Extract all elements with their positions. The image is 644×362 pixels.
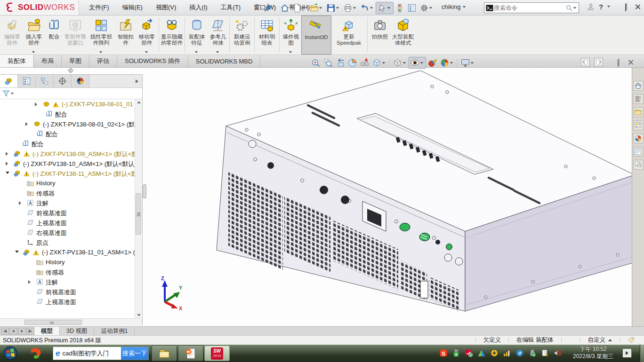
ribbon-instant3d-button[interactable]: Instant3D [301, 16, 331, 55]
dropdown-caret-icon[interactable] [450, 62, 453, 64]
panel-splitter-handle[interactable] [143, 184, 146, 198]
pin-menu-icon[interactable] [263, 3, 272, 12]
close-button[interactable] [635, 4, 641, 9]
tab-0[interactable]: 装配体 [0, 55, 34, 67]
ribbon-bill-of-materials-button[interactable]: 材料明细表 [256, 16, 278, 55]
dynamic-annotation-views-button[interactable] [359, 57, 370, 68]
forum-chat-button[interactable] [633, 160, 644, 170]
collapse-arrow-icon[interactable] [15, 251, 19, 253]
tree-horizontal-scrollbar[interactable] [0, 318, 142, 326]
pane-right-icon[interactable] [594, 58, 603, 66]
rebuild-traffic-light-button[interactable] [394, 2, 406, 14]
menu-item-4[interactable]: 工具(T) [214, 0, 248, 15]
tree-row[interactable]: 右视基准面 [0, 228, 135, 237]
tray-usb-icon[interactable] [452, 349, 460, 357]
panel-tab-displaymanager[interactable] [72, 75, 89, 87]
restore-button[interactable] [625, 4, 631, 9]
taskbar-browser-search[interactable]: e cad制图初学入门 搜索一下 [53, 346, 149, 360]
tree-row[interactable]: 传感器 [0, 267, 135, 277]
view-orientation-button[interactable] [371, 57, 387, 68]
help-caret-icon[interactable] [607, 6, 610, 8]
tray-mute-icon[interactable] [554, 349, 562, 357]
explorer-folder-taskbar-button[interactable] [152, 346, 177, 361]
expand-arrow-icon[interactable] [6, 162, 8, 165]
file-explorer-button[interactable] [633, 107, 644, 117]
tree-row[interactable]: (-) ZXKT-PV138-10_ASM<1> (默认<默认_ [0, 158, 135, 168]
undo-button[interactable] [359, 2, 376, 14]
sheet-tab-1[interactable]: 3D 视图 [60, 327, 94, 335]
nav-first-icon[interactable] [1, 328, 9, 335]
dropdown-caret-icon[interactable] [420, 62, 423, 64]
expand-arrow-icon[interactable] [28, 280, 31, 284]
doc-restore-button[interactable] [618, 60, 624, 65]
taskbar-clock[interactable]: 下午 10:52 2022/8/3 星期三 [569, 346, 618, 360]
display-style-button[interactable] [392, 57, 408, 68]
tree-row[interactable]: History [0, 178, 135, 188]
tray-plus-icon[interactable] [490, 349, 499, 357]
ribbon-show-hidden-components-button[interactable]: 显示隐藏的零部件 [160, 16, 184, 55]
scroll-up-icon[interactable] [137, 101, 141, 103]
sogou-browser-icon[interactable] [29, 347, 42, 360]
expand-arrow-icon[interactable] [6, 152, 8, 156]
tree-row[interactable]: 上视基准面 [0, 218, 135, 228]
dropdown-caret-icon[interactable] [429, 7, 432, 9]
sw-app-taskbar-button[interactable]: SW2018 [204, 346, 230, 361]
custom-properties-button[interactable] [633, 147, 644, 157]
taskbar-search-text[interactable]: cad制图初学入门 [62, 349, 109, 358]
vertical-scroll-thumb[interactable] [136, 193, 141, 235]
ribbon-insert-component-button[interactable]: 插入零部件 [23, 16, 45, 55]
view-palette-button[interactable] [633, 120, 644, 130]
taskbar-search-button[interactable]: 搜索一下 [121, 347, 148, 360]
filter-funnel-icon[interactable] [2, 89, 10, 98]
edit-appearance-button[interactable] [427, 57, 438, 68]
tab-1[interactable]: 布局 [34, 55, 62, 67]
tree-row[interactable]: (-) ZXKT-PV138-11_ASM<1> (默认<默 [0, 168, 135, 178]
panel-tab-propertymanager[interactable] [18, 75, 36, 87]
dropdown-caret-icon[interactable] [370, 7, 373, 9]
ribbon-take-snapshot-button[interactable]: 拍快照 [369, 16, 391, 55]
save-button[interactable] [325, 2, 342, 14]
section-view-button[interactable] [346, 57, 358, 68]
tray-delta-icon[interactable] [477, 349, 486, 357]
tree-row[interactable]: 前视基准面 [0, 208, 135, 218]
ribbon-exploded-view-button[interactable]: 爆炸视图 [281, 16, 301, 55]
menu-item-3[interactable]: 插入(I) [183, 0, 214, 15]
status-custom-dropdown[interactable]: 自定义 [580, 337, 620, 343]
apply-scene-button[interactable] [439, 57, 455, 68]
dropdown-caret-icon[interactable] [145, 51, 148, 53]
doc-minimize-button[interactable] [607, 60, 613, 65]
search-magnifier-icon[interactable] [565, 4, 573, 12]
open-button[interactable] [308, 2, 325, 14]
menu-item-1[interactable]: 编辑(E) [116, 0, 149, 15]
start-button-icon[interactable] [3, 346, 17, 360]
search-scope-caret-icon[interactable] [573, 7, 576, 9]
filter-caret-icon[interactable] [11, 93, 14, 94]
dropdown-caret-icon[interactable] [302, 7, 305, 9]
ribbon-large-assembly-mode-button[interactable]: 大型装配体模式 [391, 16, 415, 55]
tree-row[interactable]: 配合 [0, 139, 135, 149]
tree-vertical-scrollbar[interactable] [135, 99, 142, 318]
dropdown-caret-icon[interactable] [353, 7, 356, 9]
print-button[interactable] [342, 2, 359, 14]
tray-nav-icon[interactable] [515, 349, 524, 357]
panel-split-diamond[interactable] [68, 68, 73, 73]
tree-row[interactable]: 配合 [0, 129, 135, 139]
tray-signal-icon[interactable] [503, 349, 511, 357]
hide-show-items-button[interactable] [409, 57, 426, 69]
command-search[interactable] [484, 2, 579, 13]
expand-arrow-icon[interactable] [35, 102, 37, 106]
tab-2[interactable]: 草图 [62, 55, 89, 67]
tree-row[interactable]: 配合 [0, 109, 135, 119]
status-quick-tip[interactable] [620, 337, 642, 343]
tab-5[interactable]: SOLIDWORKS MBD [188, 55, 261, 67]
show-desktop-button[interactable] [640, 345, 644, 362]
options-properties-button[interactable] [406, 2, 418, 14]
tree-row[interactable]: 注解 [0, 198, 135, 208]
tab-3[interactable]: 评估 [89, 55, 117, 67]
ribbon-move-component-button[interactable]: 移动零部件 [136, 16, 158, 55]
panel-tab-dimxpertmanager[interactable] [54, 75, 72, 87]
appearances-sphere-button[interactable] [633, 134, 644, 143]
dropdown-caret-icon[interactable] [99, 51, 102, 53]
ribbon-update-speedpak-button[interactable]: 更新 Speedpak [331, 16, 366, 55]
tree-row[interactable]: (-) ZXKT-PV138-08-01_01 [0, 99, 135, 109]
